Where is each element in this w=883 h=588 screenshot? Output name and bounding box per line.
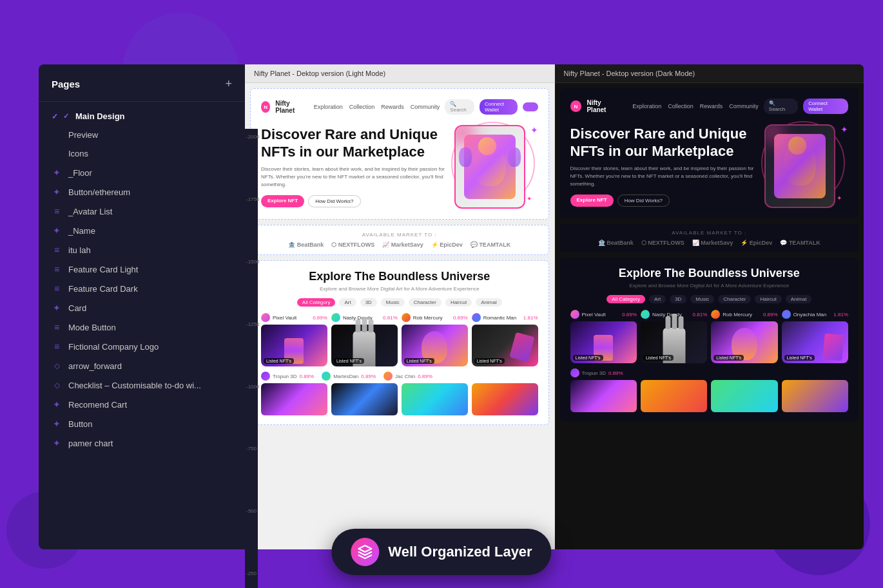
filter-all-dark[interactable]: All Category xyxy=(606,295,645,303)
diamond-icon: ◇ xyxy=(52,380,62,390)
connect-wallet-btn-dark[interactable]: Connect Wallet xyxy=(803,99,848,114)
sidebar-item-feature-card-light[interactable]: ≡ Feature Card Light xyxy=(39,260,245,279)
filter-haircut[interactable]: Haircut xyxy=(445,298,472,307)
sidebar-item-avatar-list[interactable]: ≡ _Avatar List xyxy=(39,202,245,221)
nft-card-4[interactable]: Romantic Man 1.81% Listed NFT's xyxy=(472,313,538,366)
explore-btn-dark[interactable]: Explore NFT xyxy=(570,194,614,207)
ruler-mark: -1250 xyxy=(246,321,257,327)
nft-brand-light: Nifty Planet xyxy=(275,100,304,114)
sidebar-item-arrow-forward[interactable]: ◇ arrow_forward xyxy=(39,356,245,375)
add-page-button[interactable]: + xyxy=(225,77,232,91)
sidebar-item-checklist[interactable]: ◇ Checklist – Customisable to-do wi... xyxy=(39,375,245,395)
sidebar-item-preview[interactable]: Preview xyxy=(39,126,245,144)
hero-btns-dark: Explore NFT How Did Works? xyxy=(570,194,757,207)
explore-btn-light[interactable]: Explore NFT xyxy=(261,195,304,207)
sidebar-item-fictional-company-logo[interactable]: ≡ Fictional Company Logo xyxy=(39,337,245,356)
dark-nft-card-4[interactable]: Onyachia Man 1.81% Listed NFT's xyxy=(782,310,848,363)
dark-price-1: 0.89% xyxy=(622,312,637,318)
sidebar-item-label: Checklist – Customisable to-do wi... xyxy=(68,381,201,390)
sidebar-item-label: itu lah xyxy=(68,245,91,255)
sidebar-item-label: Icons xyxy=(68,149,88,158)
dark-nft-card-3[interactable]: Rob Mercury 0.89% Listed NFT's xyxy=(711,310,777,363)
nft-card-3[interactable]: Rob Mercury 0.89% Listed NFT's xyxy=(402,313,468,366)
sidebar-item-feature-card-dark[interactable]: ≡ Feature Card Dark xyxy=(39,279,245,298)
user-name-4: Romantic Man xyxy=(483,315,517,321)
search-dark[interactable]: 🔍 Search xyxy=(764,99,798,114)
connect-wallet-btn-light[interactable]: Connect Wallet xyxy=(480,99,518,115)
sidebar-item-label: Recomend Cart xyxy=(68,400,127,410)
nft-figure-dark xyxy=(774,134,826,198)
nft-card-1[interactable]: Pixel Vault 0.89% Listed NFT's xyxy=(261,313,327,366)
finger-1 xyxy=(356,319,361,332)
dark-nft-card-1[interactable]: Pixel Vault 0.89% Listed NFT's xyxy=(570,310,637,363)
filter-character[interactable]: Character xyxy=(409,298,442,307)
cross-icon: ✦ xyxy=(52,167,62,178)
sidebar-item-label: pamer chart xyxy=(68,439,113,448)
filter-3d[interactable]: 3D xyxy=(360,298,377,307)
lines-icon: ≡ xyxy=(52,341,62,352)
ruler-mark: -500 xyxy=(246,508,257,514)
filter-music-dark[interactable]: Music xyxy=(690,295,714,303)
nft-hero-dark: N Nifty Planet Exploration Collection Re… xyxy=(560,88,859,218)
listed-badge-2: Listed NFT's xyxy=(334,358,364,364)
toggle-light[interactable] xyxy=(523,102,538,111)
dark-nft-img-wrapper-3: Listed NFT's xyxy=(711,321,777,363)
price-3: 0.89% xyxy=(453,315,468,321)
dark-price-3: 0.89% xyxy=(763,312,778,318)
figure-head-dark xyxy=(788,137,806,155)
sidebar-item-pamer-chart[interactable]: ✦ pamer chart xyxy=(39,433,245,453)
market-btn-light[interactable]: How Did Works? xyxy=(308,195,360,207)
listed-badge-4: Listed NFT's xyxy=(474,358,505,364)
ruler-mark: -750 xyxy=(246,446,257,451)
filter-haircut-dark[interactable]: Haircut xyxy=(755,295,781,303)
search-light[interactable]: 🔍 Search xyxy=(445,99,474,115)
filter-3d-dark[interactable]: 3D xyxy=(670,295,686,303)
market-btn-dark[interactable]: How Did Works? xyxy=(617,194,670,207)
explore-subtitle-dark: Explore and Browse More Digital Art for … xyxy=(570,283,849,289)
hero-text-light: Discover Rare and Unique NFTs in our Mar… xyxy=(261,126,447,207)
market-marketsavy: 📈 MarketSavy xyxy=(382,242,423,248)
nft-img-wrapper-1: Listed NFT's xyxy=(261,325,327,366)
dark-nft-card-2[interactable]: Nasty Dandy 0.81% xyxy=(641,310,707,363)
sidebar-item-button-ethereum[interactable]: ✦ Button/ethereum xyxy=(39,182,245,202)
filter-music[interactable]: Music xyxy=(381,298,405,307)
sidebar-item-name[interactable]: ✦ _Name xyxy=(39,221,245,240)
lines-icon: ≡ xyxy=(52,283,62,294)
sidebar-item-mode-button[interactable]: ≡ Mode Button xyxy=(39,318,245,337)
sidebar-item-recomend-cart[interactable]: ✦ Recomend Cart xyxy=(39,395,245,414)
nft-card-2[interactable]: Nasty Dandy 0.81% xyxy=(331,313,398,366)
listed-badge-1: Listed NFT's xyxy=(264,358,294,364)
hero-layout-dark: Discover Rare and Unique NFTs in our Mar… xyxy=(570,124,849,208)
avatar-r2-3 xyxy=(383,372,393,381)
sidebar-item-card[interactable]: ✦ Card xyxy=(39,298,245,318)
sidebar-item-label: arrow_forward xyxy=(68,361,122,371)
filter-character-dark[interactable]: Character xyxy=(718,295,751,303)
filter-all[interactable]: All Category xyxy=(297,298,336,307)
layers-icon xyxy=(357,544,373,560)
filter-art-dark[interactable]: Art xyxy=(649,295,666,303)
sidebar-item-itu-lah[interactable]: ≡ itu lah xyxy=(39,240,245,260)
market-nextflows: ⬡ NEXTFLOWS xyxy=(331,242,374,248)
cross-icon: ✦ xyxy=(52,187,62,197)
markets-label-light: AVAILABLE MARKET TO : xyxy=(261,232,538,238)
nft-logo-dark: N xyxy=(570,100,582,112)
filter-animal[interactable]: Animal xyxy=(476,298,501,307)
nft-logo-light: N xyxy=(261,101,270,113)
market-epicdev-dark: ⚡ EpicDev xyxy=(741,240,772,246)
wing-left xyxy=(459,147,472,167)
nft-preview-1 xyxy=(261,383,327,415)
nft-preview-4 xyxy=(472,383,538,415)
dark-nft-card-3-header: Rob Mercury 0.89% xyxy=(711,310,777,319)
finger-3 xyxy=(369,319,374,332)
filter-art[interactable]: Art xyxy=(339,298,356,307)
sidebar-item-main-design[interactable]: ✓ Main Design xyxy=(39,107,245,126)
sidebar-item-label: Button xyxy=(68,419,93,429)
sidebar-item-button[interactable]: ✦ Button xyxy=(39,414,245,433)
sidebar-item-label: Card xyxy=(68,303,86,313)
markets-logos-light: 🏦 BeatBank ⬡ NEXTFLOWS 📈 MarketSavy ⚡ Ep… xyxy=(261,242,538,248)
sidebar-item-icons[interactable]: Icons xyxy=(39,144,245,163)
nft-preview-2 xyxy=(331,383,398,415)
explore-section-dark: Explore The Boundless Universe Explore a… xyxy=(560,258,859,421)
filter-animal-dark[interactable]: Animal xyxy=(786,295,811,303)
sidebar-item-floor[interactable]: ✦ _Floor xyxy=(39,163,245,182)
